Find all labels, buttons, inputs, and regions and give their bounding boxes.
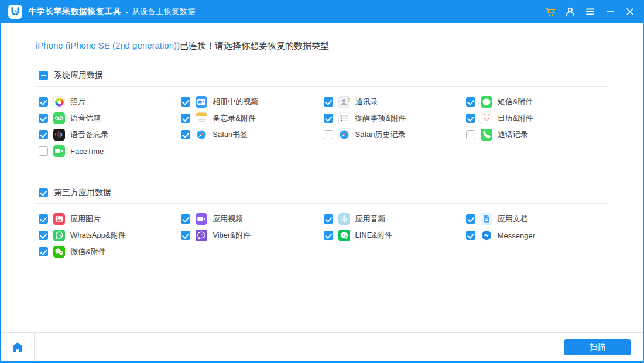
checkbox[interactable] [39,214,48,224]
minimize-icon[interactable] [600,1,620,23]
app-window: 牛学长苹果数据恢复工具 - 从设备上恢复数据 [0,0,644,363]
checkbox[interactable] [324,130,333,139]
section-checkbox[interactable] [39,71,48,80]
checkbox[interactable] [466,114,475,123]
app-photo-icon [53,213,65,225]
app-title: 牛学长苹果数据恢复工具 [28,6,122,17]
app-logo-icon [8,5,22,19]
home-icon [10,341,25,354]
thirdparty-data-grid: 应用图片 应用视频 应用音频 [36,204,608,260]
item-wechat[interactable]: 微信&附件 [39,244,181,260]
item-safari-bookmarks[interactable]: Safari书签 [181,126,323,143]
item-app-photos[interactable]: 应用图片 [39,211,181,227]
app-video-icon [196,213,207,225]
device-status-line: iPhone (iPhone SE (2nd generation))已连接！请… [36,40,608,52]
home-button[interactable] [1,333,35,361]
whatsapp-icon [53,230,65,241]
section-header-thirdparty[interactable]: 第三方应用数据 [36,187,608,198]
checkbox[interactable] [39,231,48,240]
item-app-videos[interactable]: 应用视频 [181,211,323,227]
checkbox[interactable] [39,114,48,123]
item-safari-history[interactable]: Safari历史记录 [324,126,466,143]
voice-memos-icon [53,129,65,141]
checkbox[interactable] [39,130,48,139]
item-calendar[interactable]: 17 日历&附件 [466,110,608,126]
photos-icon [53,96,65,108]
title-separator: - [126,8,128,16]
item-label: 微信&附件 [70,246,106,257]
device-message: 已连接！请选择你想要恢复的数据类型 [180,40,329,50]
item-label: 应用音频 [355,214,386,224]
album-video-icon [196,96,207,108]
item-photos[interactable]: 照片 [39,94,181,110]
close-icon[interactable] [620,1,640,23]
item-facetime[interactable]: FaceTime [39,143,181,159]
line-icon [338,230,350,241]
item-whatsapp[interactable]: WhatsApp&附件 [39,227,181,244]
item-contacts[interactable]: 通讯录 [324,94,466,110]
item-label: LINE&附件 [355,230,393,241]
item-label: 照片 [70,97,85,107]
item-voicemail[interactable]: 语音信箱 [39,110,181,126]
checkbox[interactable] [181,114,190,123]
item-label: Messenger [498,231,535,240]
titlebar: 牛学长苹果数据恢复工具 - 从设备上恢复数据 [1,1,643,23]
item-label: 备忘录&附件 [213,113,256,124]
scan-button[interactable]: 扫描 [564,339,631,355]
checkbox[interactable] [181,231,190,240]
item-label: FaceTime [70,147,104,156]
section-header-system[interactable]: 系统应用数据 [36,70,608,81]
item-label: 语音备忘录 [70,129,108,140]
section-system-data: 系统应用数据 照片 相册中的视频 [36,70,608,159]
titlebar-subtitle: 从设备上恢复数据 [132,6,196,17]
messages-icon [481,96,492,108]
checkbox[interactable] [466,130,475,139]
checkbox[interactable] [466,214,475,224]
viber-icon [196,230,207,241]
item-label: 日历&附件 [498,113,533,124]
checkbox[interactable] [39,247,48,256]
item-label: Viber&附件 [213,230,251,241]
item-label: 应用视频 [213,214,243,224]
item-sms[interactable]: 短信&附件 [466,94,608,110]
checkbox[interactable] [324,214,333,224]
safari-icon [196,129,207,141]
item-messenger[interactable]: Messenger [466,227,608,244]
item-label: 通讯录 [355,97,378,107]
item-reminders[interactable]: 提醒事项&附件 [324,110,466,126]
titlebar-actions [540,1,643,23]
item-notes[interactable]: 备忘录&附件 [181,110,323,126]
item-viber[interactable]: Viber&附件 [181,227,323,244]
item-app-audio[interactable]: 应用音频 [324,211,466,227]
item-line[interactable]: LINE&附件 [324,227,466,244]
checkbox[interactable] [39,97,48,107]
menu-icon[interactable] [580,1,600,23]
app-doc-icon [481,213,492,225]
user-icon[interactable] [560,1,580,23]
item-label: 短信&附件 [498,97,533,107]
checkbox[interactable] [324,114,333,123]
item-voice-memos[interactable]: 语音备忘录 [39,126,181,143]
checkbox[interactable] [181,130,190,139]
checkbox[interactable] [466,231,475,240]
checkbox[interactable] [181,214,190,224]
checkbox[interactable] [324,97,333,107]
item-call-history[interactable]: 通话记录 [466,126,608,143]
item-app-documents[interactable]: 应用文档 [466,211,608,227]
checkbox[interactable] [39,146,48,156]
facetime-icon [53,145,65,157]
voicemail-icon [53,112,65,124]
cart-icon[interactable] [540,1,560,23]
checkbox[interactable] [181,97,190,107]
safari-icon [338,129,350,141]
item-label: 提醒事项&附件 [355,113,406,124]
item-label: 应用文档 [498,214,528,224]
section-title: 系统应用数据 [54,70,103,81]
calendar-icon: 17 [481,112,492,124]
item-album-videos[interactable]: 相册中的视频 [181,94,323,110]
checkbox[interactable] [324,231,333,240]
item-label: Safari历史记录 [355,129,406,140]
phone-icon [481,129,492,141]
section-checkbox[interactable] [39,188,48,197]
checkbox[interactable] [466,97,475,107]
